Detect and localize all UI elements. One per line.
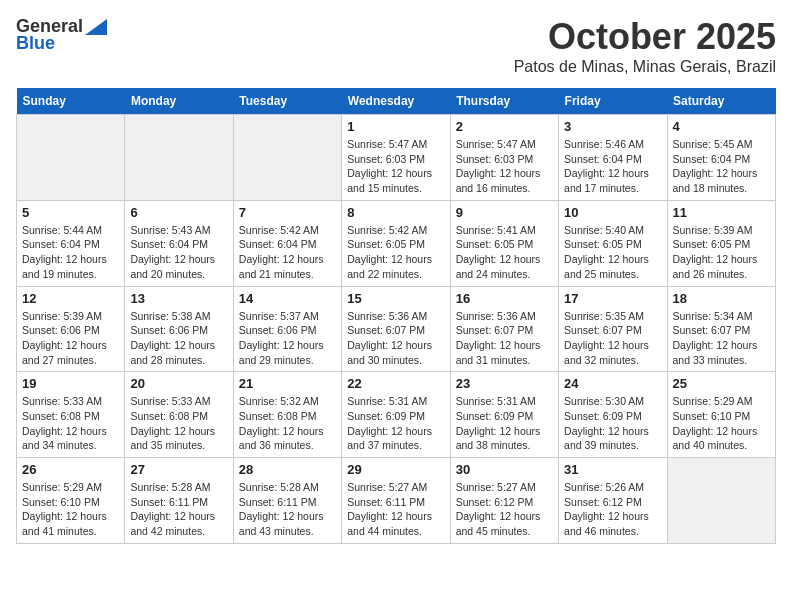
day-number: 12 (22, 291, 119, 306)
day-number: 17 (564, 291, 661, 306)
calendar-week-5: 26Sunrise: 5:29 AMSunset: 6:10 PMDayligh… (17, 458, 776, 544)
cell-content: Sunrise: 5:44 AMSunset: 6:04 PMDaylight:… (22, 223, 119, 282)
calendar-cell: 4Sunrise: 5:45 AMSunset: 6:04 PMDaylight… (667, 115, 775, 201)
cell-content: Sunrise: 5:47 AMSunset: 6:03 PMDaylight:… (347, 137, 444, 196)
title-block: October 2025 Patos de Minas, Minas Gerai… (514, 16, 776, 76)
calendar-cell: 13Sunrise: 5:38 AMSunset: 6:06 PMDayligh… (125, 286, 233, 372)
cell-content: Sunrise: 5:31 AMSunset: 6:09 PMDaylight:… (456, 394, 553, 453)
cell-content: Sunrise: 5:27 AMSunset: 6:12 PMDaylight:… (456, 480, 553, 539)
calendar-cell: 19Sunrise: 5:33 AMSunset: 6:08 PMDayligh… (17, 372, 125, 458)
cell-content: Sunrise: 5:41 AMSunset: 6:05 PMDaylight:… (456, 223, 553, 282)
calendar-cell (125, 115, 233, 201)
day-number: 11 (673, 205, 770, 220)
day-number: 18 (673, 291, 770, 306)
calendar-cell: 8Sunrise: 5:42 AMSunset: 6:05 PMDaylight… (342, 200, 450, 286)
cell-content: Sunrise: 5:29 AMSunset: 6:10 PMDaylight:… (22, 480, 119, 539)
day-number: 6 (130, 205, 227, 220)
day-number: 26 (22, 462, 119, 477)
cell-content: Sunrise: 5:31 AMSunset: 6:09 PMDaylight:… (347, 394, 444, 453)
calendar-cell: 30Sunrise: 5:27 AMSunset: 6:12 PMDayligh… (450, 458, 558, 544)
calendar-cell: 6Sunrise: 5:43 AMSunset: 6:04 PMDaylight… (125, 200, 233, 286)
day-header-thursday: Thursday (450, 88, 558, 115)
calendar-cell (17, 115, 125, 201)
cell-content: Sunrise: 5:39 AMSunset: 6:06 PMDaylight:… (22, 309, 119, 368)
cell-content: Sunrise: 5:42 AMSunset: 6:05 PMDaylight:… (347, 223, 444, 282)
calendar-cell: 21Sunrise: 5:32 AMSunset: 6:08 PMDayligh… (233, 372, 341, 458)
calendar-header-row: SundayMondayTuesdayWednesdayThursdayFrid… (17, 88, 776, 115)
calendar-cell: 31Sunrise: 5:26 AMSunset: 6:12 PMDayligh… (559, 458, 667, 544)
calendar-cell: 29Sunrise: 5:27 AMSunset: 6:11 PMDayligh… (342, 458, 450, 544)
cell-content: Sunrise: 5:39 AMSunset: 6:05 PMDaylight:… (673, 223, 770, 282)
day-header-saturday: Saturday (667, 88, 775, 115)
calendar-cell: 28Sunrise: 5:28 AMSunset: 6:11 PMDayligh… (233, 458, 341, 544)
day-number: 24 (564, 376, 661, 391)
calendar-cell: 23Sunrise: 5:31 AMSunset: 6:09 PMDayligh… (450, 372, 558, 458)
day-number: 15 (347, 291, 444, 306)
day-number: 2 (456, 119, 553, 134)
day-number: 30 (456, 462, 553, 477)
cell-content: Sunrise: 5:36 AMSunset: 6:07 PMDaylight:… (347, 309, 444, 368)
calendar-week-2: 5Sunrise: 5:44 AMSunset: 6:04 PMDaylight… (17, 200, 776, 286)
calendar-table: SundayMondayTuesdayWednesdayThursdayFrid… (16, 88, 776, 544)
cell-content: Sunrise: 5:47 AMSunset: 6:03 PMDaylight:… (456, 137, 553, 196)
cell-content: Sunrise: 5:42 AMSunset: 6:04 PMDaylight:… (239, 223, 336, 282)
calendar-cell (667, 458, 775, 544)
day-number: 8 (347, 205, 444, 220)
calendar-cell: 9Sunrise: 5:41 AMSunset: 6:05 PMDaylight… (450, 200, 558, 286)
calendar-cell: 11Sunrise: 5:39 AMSunset: 6:05 PMDayligh… (667, 200, 775, 286)
calendar-cell: 20Sunrise: 5:33 AMSunset: 6:08 PMDayligh… (125, 372, 233, 458)
page-header: General Blue October 2025 Patos de Minas… (16, 16, 776, 76)
logo: General Blue (16, 16, 107, 54)
day-number: 25 (673, 376, 770, 391)
day-number: 9 (456, 205, 553, 220)
cell-content: Sunrise: 5:43 AMSunset: 6:04 PMDaylight:… (130, 223, 227, 282)
cell-content: Sunrise: 5:30 AMSunset: 6:09 PMDaylight:… (564, 394, 661, 453)
calendar-cell: 1Sunrise: 5:47 AMSunset: 6:03 PMDaylight… (342, 115, 450, 201)
day-number: 28 (239, 462, 336, 477)
subtitle: Patos de Minas, Minas Gerais, Brazil (514, 58, 776, 76)
day-number: 20 (130, 376, 227, 391)
day-number: 21 (239, 376, 336, 391)
calendar-cell: 15Sunrise: 5:36 AMSunset: 6:07 PMDayligh… (342, 286, 450, 372)
cell-content: Sunrise: 5:45 AMSunset: 6:04 PMDaylight:… (673, 137, 770, 196)
calendar-cell (233, 115, 341, 201)
day-header-wednesday: Wednesday (342, 88, 450, 115)
cell-content: Sunrise: 5:36 AMSunset: 6:07 PMDaylight:… (456, 309, 553, 368)
calendar-cell: 27Sunrise: 5:28 AMSunset: 6:11 PMDayligh… (125, 458, 233, 544)
cell-content: Sunrise: 5:46 AMSunset: 6:04 PMDaylight:… (564, 137, 661, 196)
day-number: 10 (564, 205, 661, 220)
day-number: 4 (673, 119, 770, 134)
cell-content: Sunrise: 5:38 AMSunset: 6:06 PMDaylight:… (130, 309, 227, 368)
calendar-cell: 10Sunrise: 5:40 AMSunset: 6:05 PMDayligh… (559, 200, 667, 286)
cell-content: Sunrise: 5:28 AMSunset: 6:11 PMDaylight:… (239, 480, 336, 539)
calendar-cell: 7Sunrise: 5:42 AMSunset: 6:04 PMDaylight… (233, 200, 341, 286)
calendar-cell: 3Sunrise: 5:46 AMSunset: 6:04 PMDaylight… (559, 115, 667, 201)
day-number: 1 (347, 119, 444, 134)
calendar-cell: 12Sunrise: 5:39 AMSunset: 6:06 PMDayligh… (17, 286, 125, 372)
cell-content: Sunrise: 5:37 AMSunset: 6:06 PMDaylight:… (239, 309, 336, 368)
cell-content: Sunrise: 5:26 AMSunset: 6:12 PMDaylight:… (564, 480, 661, 539)
calendar-cell: 2Sunrise: 5:47 AMSunset: 6:03 PMDaylight… (450, 115, 558, 201)
cell-content: Sunrise: 5:28 AMSunset: 6:11 PMDaylight:… (130, 480, 227, 539)
calendar-cell: 26Sunrise: 5:29 AMSunset: 6:10 PMDayligh… (17, 458, 125, 544)
day-header-monday: Monday (125, 88, 233, 115)
day-header-tuesday: Tuesday (233, 88, 341, 115)
calendar-cell: 18Sunrise: 5:34 AMSunset: 6:07 PMDayligh… (667, 286, 775, 372)
cell-content: Sunrise: 5:34 AMSunset: 6:07 PMDaylight:… (673, 309, 770, 368)
day-number: 31 (564, 462, 661, 477)
calendar-week-3: 12Sunrise: 5:39 AMSunset: 6:06 PMDayligh… (17, 286, 776, 372)
calendar-week-1: 1Sunrise: 5:47 AMSunset: 6:03 PMDaylight… (17, 115, 776, 201)
day-number: 22 (347, 376, 444, 391)
calendar-cell: 17Sunrise: 5:35 AMSunset: 6:07 PMDayligh… (559, 286, 667, 372)
day-number: 13 (130, 291, 227, 306)
day-number: 5 (22, 205, 119, 220)
day-number: 14 (239, 291, 336, 306)
calendar-cell: 14Sunrise: 5:37 AMSunset: 6:06 PMDayligh… (233, 286, 341, 372)
logo-icon (85, 19, 107, 35)
day-number: 16 (456, 291, 553, 306)
day-header-sunday: Sunday (17, 88, 125, 115)
day-number: 7 (239, 205, 336, 220)
day-number: 29 (347, 462, 444, 477)
calendar-cell: 22Sunrise: 5:31 AMSunset: 6:09 PMDayligh… (342, 372, 450, 458)
svg-marker-0 (85, 19, 107, 35)
